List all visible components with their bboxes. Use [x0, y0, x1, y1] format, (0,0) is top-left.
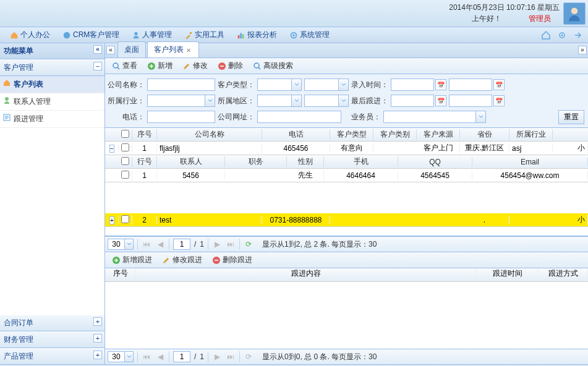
last-page-icon[interactable]: ⏭ — [226, 239, 236, 249]
subcol-title[interactable]: 职务 — [225, 156, 287, 167]
region-combo2[interactable] — [304, 95, 349, 107]
add-follow-button[interactable]: 新增跟进 — [108, 253, 156, 267]
region-combo[interactable] — [257, 95, 302, 107]
refresh-icon[interactable]: ⟳ — [244, 239, 254, 249]
next-page-icon[interactable]: ▶ — [212, 239, 222, 249]
page-size-input[interactable] — [108, 239, 125, 250]
chevron-down-icon[interactable] — [292, 95, 302, 107]
subcol-mobile[interactable]: 手机 — [324, 156, 398, 167]
sidebar-group-finance[interactable]: 财务管理 + — [0, 331, 104, 348]
first-page-icon[interactable]: ⏮ — [142, 239, 151, 249]
sidebar-item-customer-list[interactable]: 客户列表 — [0, 76, 104, 93]
chevron-down-icon[interactable] — [339, 79, 349, 91]
edit-follow-button[interactable]: 修改跟进 — [158, 253, 207, 267]
delete-follow-button[interactable]: 删除跟进 — [208, 253, 257, 267]
col-seq[interactable]: 序号 — [132, 129, 157, 140]
col-industry[interactable]: 所属行业 — [509, 129, 553, 140]
type-combo2[interactable] — [304, 79, 349, 91]
col-source[interactable]: 客户来源 — [417, 129, 460, 140]
salesman-combo[interactable] — [383, 111, 486, 123]
collapse-row-icon[interactable]: − — [109, 145, 114, 153]
edit-button[interactable]: 修改 — [178, 59, 212, 73]
col-cat[interactable]: 客户类别 — [373, 129, 417, 140]
chevron-down-icon[interactable] — [476, 111, 486, 123]
nav-tools[interactable]: 实用工具 — [178, 30, 231, 40]
website-input[interactable] — [257, 111, 341, 123]
row-checkbox[interactable] — [121, 215, 129, 223]
chevron-down-icon[interactable] — [125, 351, 134, 362]
phone-input[interactable] — [147, 111, 215, 123]
region-input[interactable] — [257, 95, 292, 107]
sidebar-group-customer[interactable]: 客户管理 − — [0, 59, 104, 76]
advanced-search-button[interactable]: 高级搜索 — [249, 59, 297, 73]
page-size-combo[interactable] — [108, 239, 134, 250]
subgrid-row[interactable]: 1 5456 先生 4646464 4564545 456454@ww.com — [105, 169, 588, 182]
admin-link[interactable]: 管理员 — [529, 14, 551, 24]
tab-customers[interactable]: 客户列表✕ — [147, 41, 199, 57]
col-type[interactable]: 客户类型 — [330, 129, 373, 140]
page-input[interactable] — [173, 351, 190, 362]
chevron-down-icon[interactable] — [125, 239, 134, 250]
page-input[interactable] — [173, 239, 190, 250]
last-from-input[interactable] — [391, 95, 434, 107]
prev-page-icon[interactable]: ◀ — [155, 352, 165, 362]
avatar[interactable] — [563, 2, 586, 25]
col-province[interactable]: 省份 — [460, 129, 509, 140]
type-combo[interactable] — [257, 79, 302, 91]
sidebar-group-product[interactable]: 产品管理 + — [0, 348, 104, 365]
first-page-icon[interactable]: ⏮ — [142, 352, 151, 362]
collapse-sidebar-icon[interactable]: « — [93, 45, 102, 54]
subcol-qq[interactable]: QQ — [398, 158, 472, 166]
expand-group-icon[interactable]: + — [93, 317, 102, 326]
subcol-gender[interactable]: 性别 — [287, 156, 324, 167]
chevron-down-icon[interactable] — [205, 95, 215, 107]
sub-select-all-checkbox[interactable] — [121, 157, 129, 165]
sub-row-checkbox[interactable] — [121, 171, 129, 179]
row-checkbox[interactable] — [121, 143, 129, 151]
subcol-seq[interactable]: 行号 — [132, 156, 157, 167]
last-page-icon[interactable]: ⏭ — [226, 352, 236, 362]
time-to-input[interactable] — [449, 79, 492, 91]
salesman-input[interactable] — [383, 111, 476, 123]
nav-personal[interactable]: 个人办公 — [4, 30, 56, 40]
expand-group-icon[interactable]: + — [93, 334, 102, 343]
company-input[interactable] — [147, 79, 215, 91]
expand-group-icon[interactable]: + — [93, 351, 102, 359]
sidebar-item-contacts[interactable]: 联系人管理 — [0, 93, 104, 111]
calendar-icon[interactable]: 📅 — [435, 79, 446, 90]
followcol-content[interactable]: 跟进内容 — [136, 268, 477, 281]
type-input[interactable] — [257, 79, 292, 91]
home-quick-icon[interactable] — [541, 30, 551, 40]
table-row[interactable]: + 2 test 0731-88888888 . 小 — [105, 213, 588, 227]
close-icon[interactable]: ✕ — [186, 47, 192, 53]
expand-row-icon[interactable]: + — [109, 216, 114, 224]
col-company[interactable]: 公司名称 — [157, 129, 262, 140]
add-button[interactable]: 新增 — [143, 59, 177, 73]
collapse-right-icon[interactable]: » — [578, 46, 587, 54]
sidebar-item-followup[interactable]: 跟进管理 — [0, 111, 104, 128]
nav-reports[interactable]: 报表分析 — [231, 30, 283, 40]
chevron-down-icon[interactable] — [292, 79, 302, 91]
col-phone[interactable]: 电话 — [262, 129, 330, 140]
calendar-icon[interactable]: 📅 — [435, 95, 446, 106]
refresh-icon[interactable]: ⟳ — [244, 352, 254, 362]
collapse-group-icon[interactable]: − — [93, 62, 102, 70]
table-row[interactable]: − 1 fljasfjlj 465456 有意向 客户上门 重庆.黔江区 asj… — [105, 142, 588, 155]
subcol-email[interactable]: Email — [472, 158, 588, 166]
page-size-combo[interactable] — [108, 351, 134, 362]
select-all-checkbox[interactable] — [121, 130, 129, 138]
followcol-seq[interactable]: 序号 — [105, 268, 136, 281]
reset-button[interactable]: 重置 — [558, 110, 584, 124]
followcol-method[interactable]: 跟进方式 — [539, 268, 588, 281]
next-page-icon[interactable]: ▶ — [212, 352, 222, 362]
industry-combo[interactable] — [147, 95, 215, 107]
last-to-input[interactable] — [449, 95, 492, 107]
logout-quick-icon[interactable] — [573, 30, 583, 40]
nav-crm[interactable]: CRM客户管理 — [56, 30, 126, 40]
nav-hr[interactable]: 人事管理 — [126, 30, 178, 40]
subcol-contact[interactable]: 联系人 — [157, 156, 225, 167]
region-input2[interactable] — [304, 95, 339, 107]
chevron-down-icon[interactable] — [339, 95, 349, 107]
tab-desktop[interactable]: 桌面 — [117, 41, 146, 57]
followcol-time[interactable]: 跟进时间 — [477, 268, 539, 281]
